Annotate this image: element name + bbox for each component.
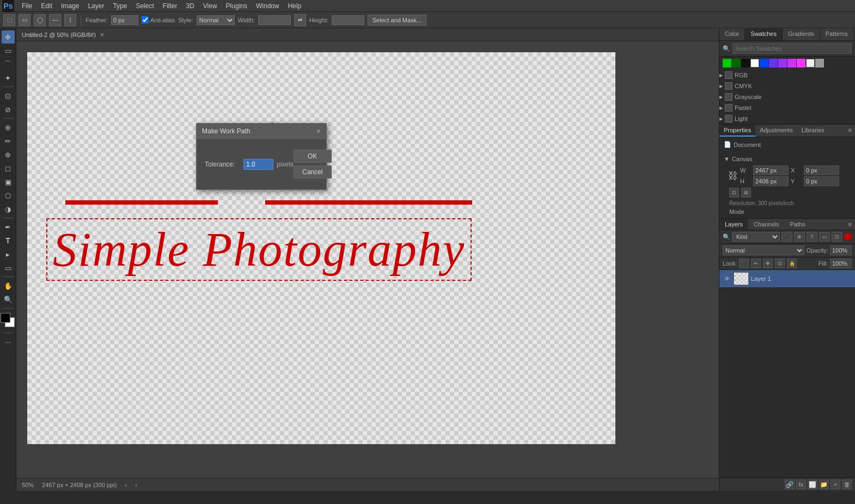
w-input[interactable] <box>753 165 789 175</box>
tab-swatches[interactable]: Swatches <box>745 28 783 40</box>
canvas-viewport[interactable]: Simple Photography Make Work Path × Tole… <box>16 41 719 478</box>
tab-paths[interactable]: Paths <box>785 219 811 230</box>
selection-ellipse-btn[interactable]: ◯ <box>34 14 46 26</box>
heal-tool[interactable]: ⊕ <box>2 121 15 134</box>
layer-kind-select[interactable]: Kind <box>732 232 780 242</box>
tab-layers[interactable]: Layers <box>719 219 748 230</box>
selection-single-row-btn[interactable]: — <box>49 14 61 26</box>
menu-select[interactable]: Select <box>131 1 158 11</box>
nav-left[interactable]: ‹ <box>125 482 127 488</box>
menu-image[interactable]: Image <box>57 1 83 11</box>
lock-artboard-btn[interactable]: ⊡ <box>775 259 785 268</box>
clone-tool[interactable]: ⊛ <box>2 148 15 161</box>
layer-visibility-toggle[interactable]: 👁 <box>723 274 731 283</box>
y-input[interactable] <box>804 176 839 186</box>
h-input[interactable] <box>753 176 789 186</box>
text-tool[interactable]: T <box>2 234 15 247</box>
more-tools[interactable]: ··· <box>2 335 15 348</box>
tab-patterns[interactable]: Patterns <box>820 28 854 40</box>
swatch-group-light[interactable]: ▶ Light <box>719 113 855 124</box>
swatch-group-cmyk[interactable]: ▶ CMYK <box>719 81 855 91</box>
bucket-tool[interactable]: ⬡ <box>2 189 15 202</box>
selection-rect-btn[interactable]: ▭ <box>19 14 30 26</box>
swatch-group-grayscale[interactable]: ▶ Grayscale <box>719 91 855 102</box>
lasso-tool[interactable]: ⌒ <box>2 58 15 71</box>
swatch-purple[interactable] <box>769 59 778 67</box>
swatches-search-input[interactable] <box>732 43 852 54</box>
nav-right[interactable]: › <box>135 482 137 488</box>
layers-options-btn[interactable]: ≡ <box>845 219 855 230</box>
dodge-tool[interactable]: ◑ <box>2 202 15 216</box>
swatch-gray[interactable] <box>815 59 824 67</box>
add-style-btn[interactable]: fx <box>796 480 806 489</box>
new-group-btn[interactable]: 📁 <box>819 480 829 489</box>
path-select-tool[interactable]: ▸ <box>2 248 15 261</box>
swatch-white[interactable] <box>750 59 759 67</box>
lock-all-btn[interactable]: 🔒 <box>787 259 797 268</box>
canvas-header[interactable]: ▼ Canvas <box>724 154 851 164</box>
select-mask-btn[interactable]: Select and Mask... <box>368 15 427 26</box>
shape-filter-btn[interactable]: ▭ <box>819 232 830 242</box>
foreground-color[interactable] <box>1 313 10 323</box>
anti-alias-label[interactable]: Anti-alias <box>142 16 175 23</box>
filter-toggle-btn[interactable] <box>844 233 852 241</box>
menu-file[interactable]: File <box>17 1 36 11</box>
layer-item[interactable]: 👁 Layer 1 <box>719 270 855 288</box>
resize-canvas-btn[interactable]: ⊡ <box>729 188 739 198</box>
new-layer-btn[interactable]: + <box>830 480 840 489</box>
dialog-title-bar[interactable]: Make Work Path × <box>197 124 326 139</box>
selection-tool[interactable]: ▭ <box>2 44 15 57</box>
swatch-dark-green[interactable] <box>732 59 741 67</box>
swatch-group-rgb[interactable]: ▶ RGB <box>719 70 855 81</box>
anti-alias-checkbox[interactable] <box>142 16 149 23</box>
lock-paint-btn[interactable]: ✏ <box>751 259 761 268</box>
fill-input[interactable] <box>830 259 852 268</box>
canvas-tab-close[interactable]: × <box>100 31 104 39</box>
swatch-black[interactable] <box>741 59 750 67</box>
feather-input[interactable] <box>111 15 138 25</box>
eraser-tool[interactable]: ◻ <box>2 162 15 175</box>
zoom-tool[interactable]: 🔍 <box>2 293 15 306</box>
shape-tool[interactable]: ▭ <box>2 261 15 274</box>
tool-preset-btn[interactable]: ⬚ <box>3 14 15 26</box>
height-input[interactable] <box>332 15 364 25</box>
smart-filter-btn[interactable]: ⊡ <box>832 232 842 242</box>
opacity-input[interactable] <box>830 245 852 255</box>
tab-libraries[interactable]: Libraries <box>797 125 829 137</box>
dialog-close-btn[interactable]: × <box>316 127 321 136</box>
pixel-filter-btn[interactable]: ⬛ <box>781 232 792 242</box>
tolerance-input[interactable] <box>243 159 273 170</box>
swap-wh-btn[interactable]: ⇄ <box>294 14 306 26</box>
adjustment-filter-btn[interactable]: ⊕ <box>794 232 805 242</box>
move-tool[interactable]: ✥ <box>2 30 15 44</box>
menu-filter[interactable]: Filter <box>158 1 182 11</box>
style-select[interactable]: Normal <box>197 15 235 25</box>
dialog-ok-btn[interactable]: OK <box>294 150 332 163</box>
hand-tool[interactable]: ✋ <box>2 279 15 292</box>
blend-mode-select[interactable]: Normal <box>723 245 804 255</box>
pen-tool[interactable]: ✒ <box>2 220 15 233</box>
dialog-cancel-btn[interactable]: Cancel <box>294 165 332 179</box>
menu-3d[interactable]: 3D <box>181 1 198 11</box>
link-layers-btn[interactable]: 🔗 <box>785 480 795 489</box>
selection-single-col-btn[interactable]: | <box>64 14 76 26</box>
document-header[interactable]: 📄 Document <box>724 139 851 150</box>
tab-properties[interactable]: Properties <box>719 125 755 137</box>
menu-view[interactable]: View <box>199 1 222 11</box>
menu-type[interactable]: Type <box>108 1 131 11</box>
swatch-blue[interactable] <box>760 59 768 67</box>
swatch-green[interactable] <box>723 59 731 67</box>
menu-window[interactable]: Window <box>252 1 284 11</box>
add-mask-btn[interactable]: ⬜ <box>808 480 817 489</box>
menu-help[interactable]: Help <box>284 1 306 11</box>
menu-edit[interactable]: Edit <box>36 1 57 11</box>
eyedropper-tool[interactable]: ⊘ <box>2 103 15 116</box>
swatch-group-pastel[interactable]: ▶ Pastel <box>719 102 855 113</box>
magic-wand-tool[interactable]: ✦ <box>2 71 15 84</box>
tab-channels[interactable]: Channels <box>748 219 784 230</box>
swatch-violet[interactable] <box>778 59 787 67</box>
properties-options-btn[interactable]: ≡ <box>845 125 855 137</box>
menu-plugins[interactable]: Plugins <box>222 1 252 11</box>
brush-tool[interactable]: ✏ <box>2 134 15 147</box>
swatch-light-gray[interactable] <box>806 59 815 67</box>
